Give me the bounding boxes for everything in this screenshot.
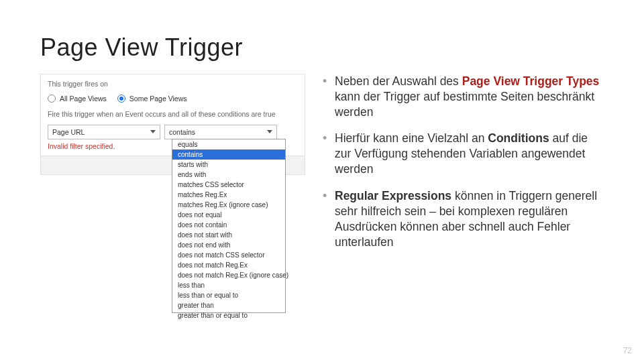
- chevron-down-icon: [150, 130, 156, 133]
- radio-all-label: All Page Views: [60, 95, 107, 104]
- bullet-1-post: kann der Trigger auf bestimmte Seiten be…: [335, 90, 594, 119]
- dropdown-option[interactable]: matches Reg.Ex (ignore case): [172, 200, 285, 210]
- radio-checked-icon: [117, 95, 125, 103]
- screenshot-panel: This trigger fires on All Page Views Som…: [40, 74, 305, 261]
- dropdown-option[interactable]: starts with: [172, 160, 285, 170]
- dropdown-option[interactable]: matches CSS selector: [172, 180, 285, 190]
- dropdown-option[interactable]: does not equal: [172, 210, 285, 220]
- fires-on-label: This trigger fires on: [48, 80, 298, 89]
- trigger-config-ui: This trigger fires on All Page Views Som…: [40, 74, 305, 175]
- bullet-2-strong: Conditions: [488, 131, 549, 145]
- radio-unchecked-icon: [48, 95, 56, 103]
- chevron-down-icon: [267, 130, 272, 133]
- dropdown-option[interactable]: does not match Reg.Ex: [172, 260, 285, 270]
- bullet-2-pre: Hierfür kann eine Vielzahl an: [335, 131, 488, 145]
- bullet-3-strong: Regular Expressions: [335, 189, 451, 202]
- operator-select-value: contains: [169, 125, 195, 139]
- dropdown-option[interactable]: does not start with: [172, 230, 285, 240]
- dropdown-option[interactable]: ends with: [172, 170, 285, 180]
- bullet-1-pre: Neben der Auswahl des: [335, 74, 462, 88]
- dropdown-option[interactable]: contains: [172, 149, 285, 160]
- dropdown-option[interactable]: less than: [172, 280, 285, 290]
- dropdown-option[interactable]: does not end with: [172, 240, 285, 250]
- bullet-list: Neben der Auswahl des Page View Trigger …: [321, 74, 604, 250]
- bullet-1: Neben der Auswahl des Page View Trigger …: [321, 74, 604, 120]
- condition-label: Fire this trigger when an Event occurs a…: [48, 110, 298, 119]
- radio-some-page-views[interactable]: Some Page Views: [117, 95, 187, 104]
- bullet-1-strong: Page View Trigger Types: [462, 74, 600, 88]
- dropdown-option[interactable]: does not match Reg.Ex (ignore case): [172, 270, 285, 280]
- dropdown-option[interactable]: greater than: [172, 300, 285, 310]
- radio-some-label: Some Page Views: [129, 95, 187, 104]
- dropdown-option[interactable]: does not match CSS selector: [172, 250, 285, 260]
- bullet-2: Hierfür kann eine Vielzahl an Conditions…: [321, 131, 604, 177]
- dropdown-option[interactable]: greater than or equal to: [172, 310, 285, 320]
- variable-select[interactable]: Page URL: [48, 125, 160, 139]
- page-number: 72: [623, 346, 632, 355]
- dropdown-option[interactable]: matches Reg.Ex: [172, 190, 285, 200]
- dropdown-option[interactable]: does not contain: [172, 220, 285, 230]
- dropdown-option[interactable]: less than or equal to: [172, 290, 285, 300]
- bullet-3: Regular Expressions können in Triggern g…: [321, 188, 604, 250]
- operator-select[interactable]: contains: [164, 125, 277, 139]
- operator-dropdown: equalscontainsstarts withends withmatche…: [172, 139, 286, 313]
- page-title: Page View Trigger: [40, 34, 604, 62]
- dropdown-option[interactable]: equals: [172, 139, 285, 149]
- radio-all-page-views[interactable]: All Page Views: [48, 95, 107, 104]
- variable-select-value: Page URL: [52, 125, 85, 139]
